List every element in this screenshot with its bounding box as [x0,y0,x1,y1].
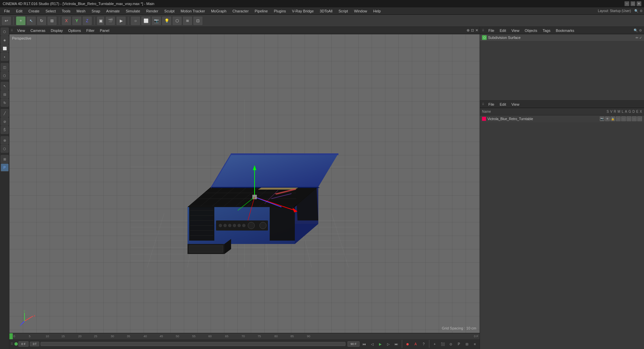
light-button[interactable]: 💡 [162,16,172,26]
menu-window[interactable]: Window [351,8,370,14]
subdivision-surface-item[interactable]: ⬡ Subdivision Surface ✏ ✓ [480,34,644,41]
dope-sheet-button[interactable]: ≡ [472,341,478,347]
obj-menu-tags[interactable]: Tags [541,28,552,33]
menu-mograph[interactable]: MoGraph [208,8,229,14]
menu-simulate[interactable]: Simulate [123,8,143,14]
menu-snap[interactable]: Snap [89,8,103,14]
layout-options-icon[interactable]: ⚙ [640,9,643,13]
polygon-mode-button[interactable]: ◈ [1,36,9,44]
menu-tools[interactable]: Tools [59,8,73,14]
menu-animate[interactable]: Animate [104,8,122,14]
scale-button[interactable]: ⊞ [47,16,57,26]
primitive-button[interactable]: ⬡ [172,16,182,26]
obj-icon-dots4[interactable]: ⋯ [632,116,637,121]
obj-bottom-menu-edit[interactable]: Edit [498,102,507,107]
undo-button[interactable]: ↩ [1,16,11,26]
viewport-menu-cameras[interactable]: Cameras [29,28,47,33]
viewport-lock-icon[interactable]: ⊕ [467,28,470,33]
obj-icon-lock[interactable]: 🔒 [610,116,615,121]
end-frame-display[interactable]: 90 F [347,341,360,347]
viewport-3d[interactable]: Perspective [9,34,480,333]
minimize-button[interactable]: − [625,1,629,6]
menu-mesh[interactable]: Mesh [74,8,88,14]
rotate-button[interactable]: ↻ [37,16,47,26]
menu-create[interactable]: Create [26,8,42,14]
subdiv-check-icon[interactable]: ✓ [639,36,642,40]
line-tool-button[interactable]: ╱ [1,109,9,117]
menu-sculpt[interactable]: Sculpt [162,8,177,14]
motion-button[interactable]: P [455,341,462,347]
viewport-close-icon[interactable]: ✕ [475,28,478,33]
menu-motion-tracker[interactable]: Motion Tracker [178,8,208,14]
magnet-tool-button[interactable]: ⊛ [1,136,9,144]
step-back-button[interactable]: ◁ [369,341,376,347]
add-keyframe-button[interactable]: + [431,341,438,347]
null-object-button[interactable]: ○ [130,16,141,26]
menu-render[interactable]: Render [144,8,161,14]
auto-key-button[interactable]: A [412,341,419,347]
spline-button[interactable]: ≋ [182,16,193,26]
go-to-start-button[interactable]: ⏮ [361,341,368,347]
viewport-menu-view[interactable]: View [16,28,26,33]
transform-y-button[interactable]: Y [72,16,82,26]
render-mode-button[interactable]: ⬡ [1,71,9,80]
obj-icon-eye[interactable]: 👁 [605,116,610,121]
menu-character[interactable]: Character [230,8,251,14]
viewport-menu-panel[interactable]: Panel [99,28,111,33]
go-to-end-button[interactable]: ⏭ [393,341,400,347]
scale-tool-button[interactable]: ⊟ [1,90,9,98]
menu-plugins[interactable]: Plugins [271,8,288,14]
move-tool-button[interactable]: ↖ [1,82,9,90]
obj-menu-edit[interactable]: Edit [498,28,507,33]
uv-mode-button[interactable]: ◫ [1,63,9,71]
camera-button[interactable]: 📷 [151,16,161,26]
brush-tool-button[interactable]: ⊘ [1,117,9,126]
obj-icon-dots3[interactable]: ⋯ [627,116,631,121]
floor-button[interactable]: ⬜ [141,16,151,26]
timeline-layout-button[interactable]: ⊟ [464,341,470,347]
obj-settings-icon[interactable]: ⚙ [639,29,642,32]
menu-file[interactable]: File [1,8,13,14]
menu-edit[interactable]: Edit [13,8,25,14]
current-frame-input[interactable]: 0 F [18,341,29,347]
maximize-button[interactable]: □ [631,1,635,6]
edge-mode-button[interactable]: ⬜ [1,44,9,52]
obj-icon-dots1[interactable]: ⋯ [616,116,621,121]
play-button[interactable]: ▶ [377,341,384,347]
auto-tangent-button[interactable]: ⊙ [447,341,454,347]
subdiv-edit-icon[interactable]: ✏ [636,36,638,40]
object-list-item[interactable]: Victrola_Blue_Retro_Turntable 📷 👁 🔒 ⋯ ⋯ … [480,115,644,122]
obj-menu-file[interactable]: File [487,28,496,33]
move-button[interactable]: ↖ [26,16,36,26]
paint-tool-button[interactable]: ⬡ [1,145,9,153]
menu-select[interactable]: Select [43,8,59,14]
motion-clip-button[interactable]: ? [420,341,427,347]
mini-frame-input[interactable]: 0 f [30,342,39,346]
python-button[interactable]: P [1,163,9,171]
viewport-fullscreen-icon[interactable]: ⊡ [471,28,474,33]
timeline-progress-bar[interactable] [41,342,345,346]
record-button[interactable]: ⏺ [404,341,411,347]
obj-menu-bookmarks[interactable]: Bookmarks [554,28,576,33]
render-region-button[interactable]: ▣ [97,16,105,26]
obj-icon-dots5[interactable]: ⋯ [637,116,642,121]
deformer-button[interactable]: ⊡ [193,16,203,26]
obj-menu-objects[interactable]: Objects [523,28,538,33]
transform-z-button[interactable]: Z [82,16,92,26]
viewport-menu-options[interactable]: Options [67,28,82,33]
viewport-menu-filter[interactable]: Filter [85,28,96,33]
render-button[interactable]: ▶ [116,16,126,26]
rotate-tool-button[interactable]: ↻ [1,99,9,107]
obj-icon-dots2[interactable]: ⋯ [621,116,626,121]
menu-pipeline[interactable]: Pipeline [252,8,270,14]
transform-x-button[interactable]: X [61,16,71,26]
model-mode-button[interactable]: ⬡ [1,28,9,36]
step-forward-button[interactable]: ▷ [385,341,392,347]
obj-menu-view[interactable]: View [510,28,521,33]
menu-vray-bridge[interactable]: V-Ray Bridge [289,8,317,14]
obj-search-icon[interactable]: 🔍 [634,29,638,32]
obj-icon-camera[interactable]: 📷 [600,116,604,121]
menu-script[interactable]: Script [336,8,351,14]
point-mode-button[interactable]: ▪ [1,53,9,61]
viewport-menu-display[interactable]: Display [49,28,64,33]
